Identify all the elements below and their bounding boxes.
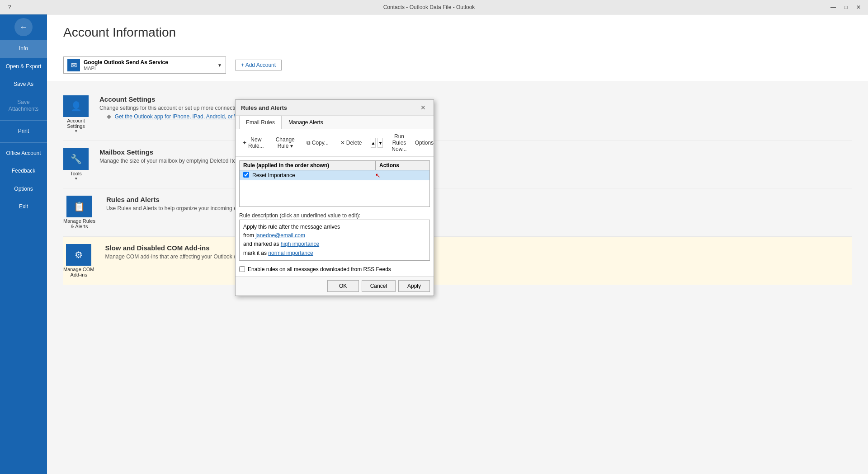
page-header: Account Information [47, 14, 868, 49]
change-rule-label: Change Rule ▾ [276, 136, 295, 149]
sidebar-item-exit[interactable]: Exit [0, 198, 47, 216]
mailbox-settings-card: 🔧 Tools ▾ Mailbox Settings Manage the si… [63, 141, 852, 188]
copy-button[interactable]: ⧉ Copy... [303, 138, 332, 147]
account-selector-section: ✉ Google Outlook Send As Service MAPI ▼ … [47, 49, 868, 81]
content-area: Account Information ✉ Google Outlook Sen… [47, 14, 868, 474]
col-rule-header: Rule (applied in the order shown) [240, 161, 375, 170]
cancel-button[interactable]: Cancel [362, 280, 396, 292]
move-up-button[interactable]: ▲ [371, 138, 376, 148]
manage-com-icon-btn[interactable]: ⚙ Manage COMAdd-ins [63, 244, 94, 277]
account-info: Google Outlook Send As Service MAPI [84, 59, 214, 71]
mailbox-settings-desc: Manage the size of your mailbox by empty… [99, 158, 852, 164]
rules-alerts-body: Rules and Alerts Use Rules and Alerts to… [106, 196, 852, 211]
sidebar-item-print[interactable]: Print [0, 122, 47, 141]
options-button[interactable]: Options [412, 138, 437, 147]
account-icon: ✉ [67, 59, 80, 71]
rules-list-body: Reset Importance ↖ [240, 170, 429, 206]
com-addins-body: Slow and Disabled COM Add-ins Manage COM… [105, 244, 852, 260]
table-row[interactable]: Reset Importance ↖ [240, 170, 429, 180]
dialog-tabs: Email Rules Manage Alerts [236, 116, 434, 129]
cursor-icon: ↖ [375, 172, 381, 179]
rss-checkbox[interactable] [239, 266, 245, 272]
sidebar-item-open-export-label: Open & Export [6, 63, 42, 70]
add-account-button[interactable]: + Add Account [235, 60, 282, 70]
info-cards: 👤 AccountSettings ▾ Account Settings Cha… [47, 81, 868, 292]
sidebar-item-open-export[interactable]: Open & Export [0, 58, 47, 76]
com-addins-desc: Manage COM add-ins that are affecting yo… [105, 253, 852, 260]
account-selector: ✉ Google Outlook Send As Service MAPI ▼ … [63, 56, 852, 74]
account-settings-btn-label: AccountSettings [67, 118, 85, 129]
delete-label: Delete [346, 140, 362, 146]
sidebar-item-save-attachments: Save Attachments [0, 94, 47, 118]
back-button[interactable]: ← [14, 18, 33, 36]
copy-icon: ⧉ [307, 140, 311, 146]
account-settings-arrow: ▾ [75, 129, 77, 133]
manage-rules-icon-btn[interactable]: 📋 Manage Rules& Alerts [63, 196, 95, 229]
tools-arrow: ▾ [75, 176, 77, 181]
close-button[interactable]: ✕ [853, 2, 864, 12]
rule-desc-marked-prefix: and marked as [243, 241, 281, 247]
help-button[interactable]: ? [4, 2, 15, 12]
move-down-button[interactable]: ▼ [377, 138, 383, 148]
apply-button[interactable]: Apply [398, 280, 430, 292]
back-icon: ← [19, 23, 28, 32]
col-actions-header: Actions [375, 161, 429, 170]
rules-list-container: Rule (applied in the order shown) Action… [239, 160, 430, 207]
sidebar-item-info[interactable]: Info [0, 40, 47, 58]
rule-checkbox[interactable] [243, 172, 252, 179]
add-account-label: + Add Account [241, 62, 276, 68]
dialog-title: Rules and Alerts [241, 104, 287, 111]
new-rule-button[interactable]: ✦ New Rule... [239, 135, 267, 150]
rule-desc-text1: Apply this rule after the message arrive… [243, 224, 340, 230]
ok-button[interactable]: OK [327, 280, 359, 292]
account-settings-desc: Change settings for this account or set … [99, 105, 852, 111]
minimize-button[interactable]: — [827, 2, 839, 12]
account-dropdown-button[interactable]: ▼ [217, 63, 222, 68]
rules-alerts-desc: Use Rules and Alerts to help organize yo… [106, 205, 852, 211]
rule-name: Reset Importance [252, 172, 372, 178]
rule-desc-label: Rule description (click an underlined va… [236, 211, 434, 220]
dialog-title-bar: Rules and Alerts ✕ [236, 100, 434, 116]
tab-email-rules[interactable]: Email Rules [239, 116, 282, 129]
account-settings-body: Account Settings Change settings for thi… [99, 95, 852, 120]
change-rule-button[interactable]: Change Rule ▾ [273, 135, 298, 150]
rule-desc-from-link[interactable]: janedoe@email.com [255, 232, 305, 239]
com-addins-title: Slow and Disabled COM Add-ins [105, 244, 852, 252]
sidebar-item-office-account-label: Office Account [6, 150, 41, 156]
manage-com-icon: ⚙ [66, 244, 91, 266]
sidebar-item-feedback[interactable]: Feedback [0, 162, 47, 180]
sidebar-item-options[interactable]: Options [0, 180, 47, 198]
rules-alerts-card: 📋 Manage Rules& Alerts Rules and Alerts … [63, 188, 852, 237]
tools-icon: 🔧 [63, 148, 89, 170]
maximize-button[interactable]: □ [840, 2, 852, 12]
sidebar-item-office-account[interactable]: Office Account [0, 145, 47, 163]
mailbox-settings-title: Mailbox Settings [99, 148, 852, 156]
tab-email-rules-label: Email Rules [246, 119, 275, 126]
delete-button[interactable]: ✕ Delete [337, 138, 365, 147]
mailbox-settings-body: Mailbox Settings Manage the size of your… [99, 148, 852, 164]
new-rule-label: New Rule... [248, 136, 264, 149]
run-rules-now-button[interactable]: Run Rules Now... [388, 132, 410, 154]
rule-check-input[interactable] [243, 172, 249, 178]
title-bar-text: Contacts - Outlook Data File - Outlook [31, 4, 827, 10]
rule-desc-line4: mark it as normal importance [243, 249, 426, 258]
dialog-close-button[interactable]: ✕ [418, 103, 428, 113]
page-title: Account Information [63, 25, 852, 40]
account-settings-title: Account Settings [99, 95, 852, 103]
sidebar-item-save-as-label: Save As [14, 81, 33, 87]
tools-btn-label: Tools [70, 171, 82, 176]
copy-label: Copy... [312, 140, 329, 146]
rule-desc-line1: Apply this rule after the message arrive… [243, 223, 426, 231]
options-label: Options [415, 140, 434, 146]
tools-icon-btn[interactable]: 🔧 Tools ▾ [63, 148, 89, 181]
rule-desc-line2: from janedoe@email.com [243, 231, 426, 240]
sidebar: ← Info Open & Export Save As Save Attach… [0, 14, 47, 474]
rule-desc-importance-link[interactable]: high importance [281, 241, 319, 247]
sidebar-item-save-as[interactable]: Save As [0, 75, 47, 94]
account-settings-icon-btn[interactable]: 👤 AccountSettings ▾ [63, 95, 89, 133]
rule-desc-normal-link[interactable]: normal importance [268, 250, 313, 256]
account-selector-box[interactable]: ✉ Google Outlook Send As Service MAPI ▼ [63, 56, 226, 74]
tab-manage-alerts[interactable]: Manage Alerts [282, 116, 330, 129]
sidebar-item-options-label: Options [14, 186, 33, 192]
rules-alerts-title: Rules and Alerts [106, 196, 852, 203]
